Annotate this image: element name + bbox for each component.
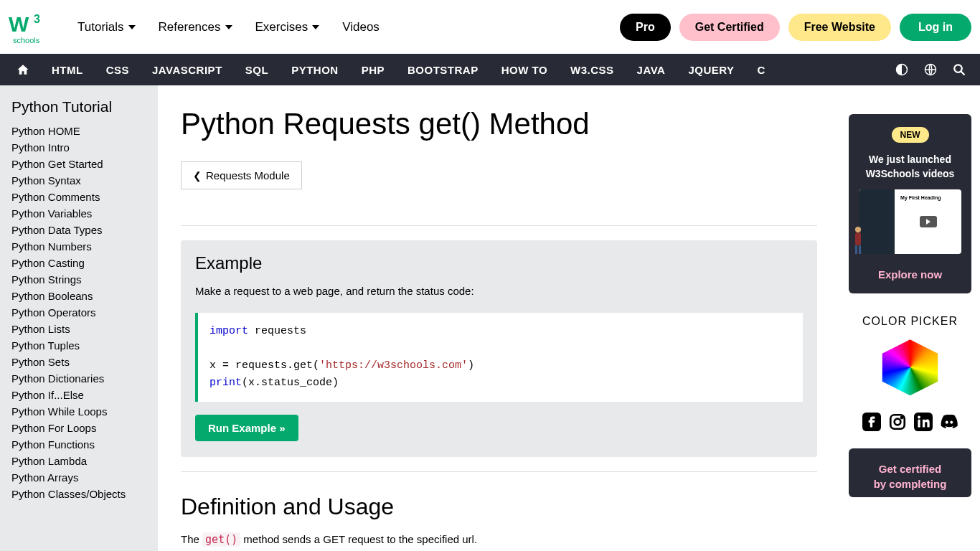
colorpicker-heading: COLOR PICKER — [849, 315, 971, 328]
sidebar-item[interactable]: Python Intro — [11, 139, 158, 156]
lang-javascript[interactable]: JAVASCRIPT — [141, 64, 234, 76]
lang-php[interactable]: PHP — [350, 64, 396, 76]
language-navigation: HTML CSS JAVASCRIPT SQL PYTHON PHP BOOTS… — [0, 54, 980, 85]
run-example-button[interactable]: Run Example » — [195, 415, 298, 441]
lang-c[interactable]: C — [746, 64, 777, 76]
home-icon[interactable] — [6, 63, 40, 76]
sidebar-item[interactable]: Python Variables — [11, 205, 158, 222]
lang-jquery[interactable]: JQUERY — [677, 64, 745, 76]
example-box: Example Make a request to a web page, an… — [181, 240, 817, 457]
sidebar-item[interactable]: Python While Loops — [11, 403, 158, 420]
new-badge: NEW — [892, 127, 929, 143]
lang-python[interactable]: PYTHON — [280, 64, 350, 76]
svg-line-6 — [961, 71, 964, 75]
svg-point-5 — [954, 65, 962, 72]
definition-text: The get() method sends a GET request to … — [181, 532, 817, 548]
definition-heading: Definition and Usage — [181, 494, 817, 520]
sidebar-item[interactable]: Python Syntax — [11, 172, 158, 189]
nav-videos[interactable]: Videos — [331, 20, 391, 34]
sidebar-item[interactable]: Python Tuples — [11, 337, 158, 354]
example-heading: Example — [195, 253, 803, 273]
inline-code: get() — [202, 532, 240, 547]
pro-button[interactable]: Pro — [620, 14, 671, 41]
sidebar-item[interactable]: Python Classes/Objects — [11, 486, 158, 502]
sidebar-item[interactable]: Python Dictionaries — [11, 370, 158, 387]
video-thumbnail[interactable]: My First Heading — [859, 189, 961, 254]
breadcrumb-back-button[interactable]: ❮ Requests Module — [181, 161, 302, 189]
main-content: Python Requests get() Method ❮ Requests … — [158, 85, 840, 551]
svg-rect-9 — [855, 245, 857, 254]
svg-rect-10 — [859, 245, 861, 254]
globe-icon[interactable] — [924, 63, 937, 76]
login-button[interactable]: Log in — [900, 14, 971, 41]
lang-howto[interactable]: HOW TO — [490, 64, 559, 76]
get-certified-button[interactable]: Get Certified — [679, 14, 780, 41]
sidebar-item[interactable]: Python Lists — [11, 321, 158, 337]
nav-tutorials[interactable]: Tutorials — [66, 20, 147, 34]
svg-text:schools: schools — [13, 36, 40, 44]
sidebar-item[interactable]: Python Functions — [11, 436, 158, 453]
promo-text: We just launchedW3Schools videos — [857, 153, 963, 181]
lang-bootstrap[interactable]: BOOTSTRAP — [396, 64, 490, 76]
svg-point-7 — [855, 227, 861, 232]
svg-text:W: W — [9, 12, 29, 36]
lang-w3css[interactable]: W3.CSS — [559, 64, 626, 76]
svg-rect-16 — [918, 420, 920, 428]
svg-text:3: 3 — [34, 13, 40, 25]
lang-sql[interactable]: SQL — [234, 64, 280, 76]
sidebar-item[interactable]: Python If...Else — [11, 387, 158, 403]
sidebar-item[interactable]: Python Casting — [11, 255, 158, 271]
facebook-icon[interactable] — [862, 413, 881, 431]
chevron-left-icon: ❮ — [193, 170, 202, 182]
sidebar-item[interactable]: Python Strings — [11, 271, 158, 288]
lang-css[interactable]: CSS — [95, 64, 141, 76]
caret-down-icon — [225, 25, 232, 29]
code-block: import requests x = requests.get('https:… — [195, 313, 803, 402]
svg-point-14 — [900, 417, 902, 418]
sidebar-item[interactable]: Python Booleans — [11, 288, 158, 304]
sidebar-item[interactable]: Python Get Started — [11, 156, 158, 172]
page-title: Python Requests get() Method — [181, 107, 817, 141]
promo-box: NEW We just launchedW3Schools videos My … — [849, 114, 971, 293]
example-description: Make a request to a web page, and return… — [195, 283, 803, 300]
cert-box[interactable]: Get certifiedby completing — [849, 448, 971, 497]
sidebar-item[interactable]: Python Data Types — [11, 222, 158, 238]
sidebar-item[interactable]: Python Comments — [11, 189, 158, 205]
caret-down-icon — [128, 25, 136, 29]
nav-exercises[interactable]: Exercises — [244, 20, 331, 34]
sidebar-heading: Python Tutorial — [11, 98, 158, 116]
linkedin-icon[interactable] — [914, 413, 933, 431]
sidebar-item[interactable]: Python Numbers — [11, 238, 158, 255]
search-icon[interactable] — [953, 63, 966, 76]
lang-html[interactable]: HTML — [40, 64, 95, 76]
theme-toggle-icon[interactable] — [895, 63, 908, 76]
discord-icon[interactable] — [940, 413, 958, 431]
logo[interactable]: W 3 schools — [9, 10, 52, 44]
explore-link[interactable]: Explore now — [878, 268, 942, 281]
free-website-button[interactable]: Free Website — [788, 14, 891, 41]
divider — [181, 471, 817, 472]
color-picker[interactable] — [878, 339, 943, 395]
svg-rect-8 — [855, 232, 861, 245]
right-panel: NEW We just launchedW3Schools videos My … — [840, 85, 980, 551]
lang-java[interactable]: JAVA — [626, 64, 677, 76]
divider — [181, 225, 817, 226]
sidebar-item[interactable]: Python Operators — [11, 304, 158, 321]
svg-point-13 — [894, 419, 900, 425]
nav-references[interactable]: References — [147, 20, 244, 34]
sidebar-item[interactable]: Python Lambda — [11, 453, 158, 469]
play-icon — [920, 216, 937, 227]
sidebar-item[interactable]: Python Sets — [11, 354, 158, 370]
caret-down-icon — [312, 25, 319, 29]
sidebar-item[interactable]: Python Arrays — [11, 469, 158, 486]
sidebar: Python Tutorial Python HOME Python Intro… — [0, 85, 158, 551]
sidebar-item[interactable]: Python HOME — [11, 123, 158, 139]
instagram-icon[interactable] — [888, 413, 907, 431]
top-navigation: W 3 schools Tutorials References Exercis… — [0, 0, 980, 54]
sidebar-item[interactable]: Python For Loops — [11, 420, 158, 436]
social-row — [849, 413, 971, 431]
svg-point-17 — [918, 416, 920, 419]
